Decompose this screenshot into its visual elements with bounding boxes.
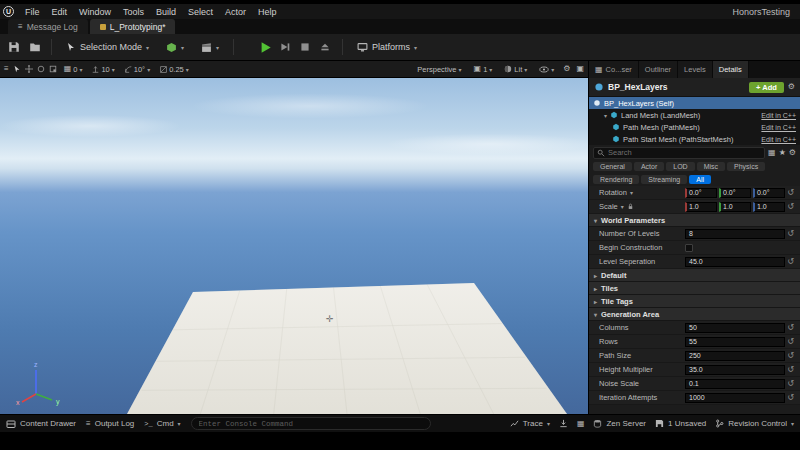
reset-to-default-icon[interactable]: ↺ [785,379,796,388]
height-multiplier-field[interactable]: 35.0 [685,365,785,375]
menu-select[interactable]: Select [182,7,219,17]
scale-z-field[interactable]: 1.0 [753,202,785,212]
grid-snap-dropdown[interactable]: ▦ 0 ▾ [61,64,86,75]
tab-message-log[interactable]: ≡ Message Log [8,19,88,34]
section-tiles[interactable]: ▸ Tiles [589,282,800,295]
console-command-input[interactable] [199,420,423,428]
move-tool-icon[interactable] [25,65,33,73]
transform-widget-icon[interactable]: ✛ [326,314,334,324]
frames-icon[interactable]: ▦ [577,420,585,428]
category-actor[interactable]: Actor [634,162,664,171]
details-settings-icon[interactable]: ⚙ [788,83,795,91]
unreal-logo-icon[interactable]: U [3,6,14,17]
perspective-dropdown[interactable]: Perspective ▾ [414,64,464,75]
edit-in-cpp-link[interactable]: Edit in C++ [761,124,796,131]
trace-dropdown[interactable]: Trace ▾ [510,419,550,428]
search-input[interactable] [608,148,761,157]
maximize-viewport-icon[interactable]: ▣ [576,65,584,73]
menu-window[interactable]: Window [73,7,117,17]
show-flags-dropdown[interactable]: ▾ [536,65,557,74]
section-tile-tags[interactable]: ▸ Tile Tags [589,295,800,308]
favorites-icon[interactable]: ★ [779,149,786,157]
section-default[interactable]: ▸ Default [589,269,800,282]
category-general[interactable]: General [593,162,632,171]
section-world-parameters[interactable]: ▾ World Parameters [589,214,800,227]
revision-control-dropdown[interactable]: Revision Control ▾ [715,419,794,428]
columns-field[interactable]: 50 [685,323,785,333]
cinematics-dropdown[interactable]: ▾ [195,40,225,55]
search-box[interactable] [593,147,765,159]
menu-edit[interactable]: Edit [46,7,74,17]
tree-row-land-mesh[interactable]: ▾ Land Mesh (LandMesh) Edit in C++ [589,109,800,121]
scale-x-field[interactable]: 1.0 [685,202,717,212]
tab-content-browser[interactable]: ▦ Co...ser [589,61,639,78]
filter-all[interactable]: All [689,175,711,184]
rotation-z-field[interactable]: 0.0° [753,188,785,198]
category-misc[interactable]: Misc [697,162,725,171]
rows-field[interactable]: 55 [685,337,785,347]
save-icon[interactable] [6,39,22,55]
reset-to-default-icon[interactable]: ↺ [785,188,796,197]
rotate-snap-dropdown[interactable]: 10° ▾ [122,64,153,75]
output-log-button[interactable]: ≡ Output Log [86,419,134,428]
platforms-dropdown[interactable]: Platforms ▾ [351,40,423,55]
lock-icon[interactable] [627,203,634,210]
level-separation-field[interactable]: 45.0 [685,257,785,267]
content-browser-folder-icon[interactable] [27,39,43,55]
menu-tools[interactable]: Tools [117,7,150,17]
scale-tool-icon[interactable] [49,65,57,73]
tab-level-prototyping[interactable]: L_Prototyping* [90,19,176,34]
menu-build[interactable]: Build [150,7,182,17]
tree-row-path-start-mesh[interactable]: Path Start Mesh (PathStartMesh) Edit in … [589,133,800,145]
details-view-settings-icon[interactable]: ⚙ [789,149,796,157]
view-mode-dropdown[interactable]: Lit ▾ [501,64,530,75]
begin-construction-checkbox[interactable] [685,244,693,252]
reset-to-default-icon[interactable]: ↺ [785,257,796,266]
reset-to-default-icon[interactable]: ↺ [785,202,796,211]
tree-row-self[interactable]: BP_HexLayers (Self) [589,97,800,109]
scale-snap-dropdown[interactable]: 0.25 ▾ [157,64,192,75]
reset-to-default-icon[interactable]: ↺ [785,337,796,346]
edit-in-cpp-link[interactable]: Edit in C++ [761,136,796,143]
section-generation-area[interactable]: ▾ Generation Area [589,308,800,321]
reset-to-default-icon[interactable]: ↺ [785,229,796,238]
rotate-tool-icon[interactable] [37,65,45,73]
edit-in-cpp-link[interactable]: Edit in C++ [761,112,796,119]
content-drawer-button[interactable]: Content Drawer [6,419,76,429]
path-size-field[interactable]: 250 [685,351,785,361]
tab-outliner[interactable]: Outliner [639,61,678,78]
reset-to-default-icon[interactable]: ↺ [785,393,796,402]
frame-skip-button[interactable] [276,38,294,56]
tab-levels[interactable]: Levels [678,61,713,78]
menu-file[interactable]: File [19,7,46,17]
eject-button[interactable] [316,38,334,56]
rotation-y-field[interactable]: 0.0° [719,188,751,198]
display-options-icon[interactable]: ▦ [768,149,776,157]
expander-icon[interactable]: ▾ [604,112,607,119]
viewport[interactable]: ✛ z x y [0,78,588,414]
play-button[interactable] [256,38,274,56]
rotation-x-field[interactable]: 0.0° [685,188,717,198]
viewport-options-icon[interactable]: ≡ [4,65,9,73]
category-lod[interactable]: LOD [666,162,694,171]
tree-row-path-mesh[interactable]: Path Mesh (PathMesh) Edit in C++ [589,121,800,133]
viewport-settings-icon[interactable]: ⚙ [563,65,570,73]
add-component-button[interactable]: + Add [749,82,784,93]
iteration-attempts-field[interactable]: 1000 [685,393,785,403]
menu-help[interactable]: Help [252,7,283,17]
number-of-levels-field[interactable]: 8 [685,229,785,239]
unsaved-status[interactable]: 1 Unsaved [655,419,706,428]
console-command-box[interactable] [191,417,431,430]
filter-rendering[interactable]: Rendering [593,175,639,184]
select-tool-icon[interactable] [13,65,21,73]
reset-to-default-icon[interactable]: ↺ [785,323,796,332]
filter-streaming[interactable]: Streaming [641,175,687,184]
category-physics[interactable]: Physics [727,162,765,171]
menu-actor[interactable]: Actor [219,7,252,17]
reset-to-default-icon[interactable]: ↺ [785,351,796,360]
download-icon[interactable] [559,419,568,428]
tab-details[interactable]: Details [713,61,749,78]
zen-server-status[interactable]: Zen Server [593,419,646,428]
reset-to-default-icon[interactable]: ↺ [785,365,796,374]
editor-mode-dropdown[interactable]: Selection Mode ▾ [60,40,155,54]
